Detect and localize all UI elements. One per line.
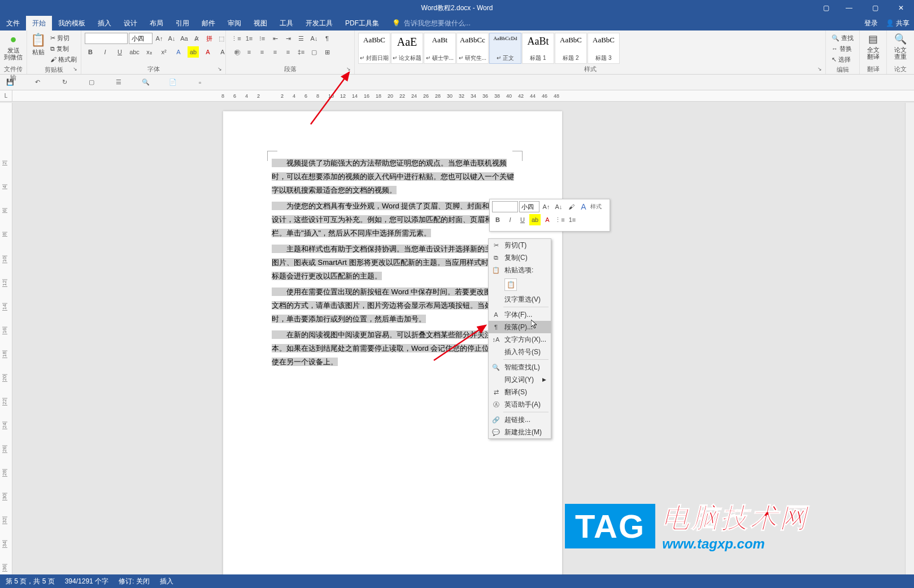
superscript-button[interactable]: x² — [158, 46, 169, 58]
doc-p4[interactable]: 使用在需要位置出现的新按钮在 Word 中保存时间。若要更改图片适应文档的方式，… — [272, 288, 514, 323]
phonetic-button[interactable]: 拼 — [203, 33, 215, 44]
mini-bullets[interactable]: ⋮≡ — [554, 214, 565, 225]
print-preview-button[interactable]: 🔍 — [140, 77, 151, 88]
page-content[interactable]: 视频提供了功能强大的方法帮助您证明您的观点。当您单击联机视频时，可以在想要添加的… — [272, 156, 517, 371]
ctx-synonym[interactable]: 同义词(Y)▶ — [489, 373, 551, 386]
close-button[interactable]: ✕ — [888, 0, 914, 16]
replace-button[interactable]: ↔替换 — [832, 43, 854, 54]
send-to-wechat-button[interactable]: ● 发送 到微信 — [2, 32, 24, 62]
mini-bold[interactable]: B — [492, 214, 503, 225]
mini-italic[interactable]: I — [504, 214, 516, 225]
tab-dev[interactable]: 开发工具 — [299, 16, 339, 31]
font-launcher-icon[interactable]: ↘ — [217, 66, 224, 73]
vertical-scrollbar[interactable] — [905, 103, 914, 574]
style-option-6[interactable]: AaBbC标题 2 — [555, 33, 587, 64]
undo-button[interactable]: ↶ — [32, 77, 43, 88]
show-marks-button[interactable]: ¶ — [321, 33, 333, 44]
share-button[interactable]: 👤 共享 — [886, 19, 909, 28]
distribute-button[interactable]: ≡ — [282, 46, 294, 58]
tab-design[interactable]: 设计 — [117, 16, 143, 31]
vertical-ruler[interactable]: |2||4||6||8||10||12||14||16||18||20||22|… — [0, 103, 12, 574]
ctx-comment[interactable]: 💬新建批注(M) — [489, 426, 551, 438]
ctx-cut[interactable]: ✂剪切(T) — [489, 239, 551, 251]
mini-font-size[interactable]: 小四 — [519, 201, 539, 212]
style-option-5[interactable]: AaBt标题 1 — [522, 33, 554, 64]
doc-p3[interactable]: 主题和样式也有助于文档保持协调。当您单击设计并选择新的主题时，图片、图表或 Sm… — [272, 245, 514, 280]
style-option-7[interactable]: AaBbC标题 3 — [587, 33, 620, 64]
underline-button[interactable]: U — [114, 46, 125, 58]
shading-button[interactable]: ▢ — [308, 46, 320, 58]
align-left-button[interactable]: ≡ — [230, 46, 242, 58]
mini-grow-font[interactable]: A↑ — [541, 201, 552, 212]
numbering-button[interactable]: 1≡ — [243, 33, 255, 44]
align-center-button[interactable]: ≡ — [243, 46, 255, 58]
decrease-indent-button[interactable]: ⇤ — [269, 33, 281, 44]
ctx-paragraph[interactable]: ¶段落(P)... — [489, 321, 551, 333]
mini-format-painter[interactable]: 🖌 — [565, 201, 577, 212]
doc-p1[interactable]: 视频提供了功能强大的方法帮助您证明您的观点。当您单击联机视频时，可以在想要添加的… — [272, 159, 514, 194]
ctx-smartlookup[interactable]: 🔍智能查找(L) — [489, 361, 551, 373]
select-button[interactable]: ↖选择 — [832, 54, 854, 64]
full-translate-button[interactable]: ▤ 全文 翻译 — [862, 32, 884, 61]
sort-button[interactable]: A↓ — [308, 33, 320, 44]
clipboard-launcher-icon[interactable]: ↘ — [73, 66, 80, 73]
open-button[interactable]: ☰ — [113, 77, 124, 88]
bold-button[interactable]: B — [85, 46, 96, 58]
find-button[interactable]: 🔍查找 — [832, 33, 854, 43]
ctx-copy[interactable]: ⧉复制(C) — [489, 251, 551, 264]
ribbon-options-icon[interactable]: ▢ — [816, 0, 836, 16]
ctx-symbol[interactable]: 插入符号(S) — [489, 346, 551, 358]
bullets-button[interactable]: ⋮≡ — [230, 33, 242, 44]
line-spacing-button[interactable]: ‡≡ — [295, 46, 307, 58]
tab-selector[interactable]: L — [0, 90, 12, 101]
font-color-button[interactable]: A — [202, 46, 214, 58]
style-option-4[interactable]: AaBbCcDd↵ 正文 — [489, 33, 521, 64]
styles-launcher-icon[interactable]: ↘ — [817, 66, 824, 73]
mini-highlight[interactable]: ab — [529, 214, 541, 225]
tab-pdf[interactable]: PDF工具集 — [339, 16, 385, 31]
tab-layout[interactable]: 布局 — [143, 16, 169, 31]
maximize-button[interactable]: ▢ — [862, 0, 888, 16]
increase-indent-button[interactable]: ⇥ — [282, 33, 294, 44]
tab-insert[interactable]: 插入 — [92, 16, 117, 31]
minimize-button[interactable]: — — [836, 0, 862, 16]
insert-mode[interactable]: 插入 — [160, 577, 173, 586]
style-option-3[interactable]: AaBbCc↵ 研究生... — [456, 33, 489, 64]
word-count[interactable]: 394/1291 个字 — [65, 577, 108, 586]
clear-format-button[interactable]: A̷ — [191, 33, 202, 44]
new-button[interactable]: ▢ — [86, 77, 97, 88]
mini-numbering[interactable]: 1≡ — [567, 214, 578, 225]
strike-button[interactable]: abc — [129, 46, 140, 58]
mini-font-name[interactable] — [492, 201, 518, 212]
mini-shrink-font[interactable]: A↓ — [553, 201, 564, 212]
text-effects-button[interactable]: A — [173, 46, 184, 58]
tab-home[interactable]: 开始 — [26, 16, 52, 31]
ctx-textdir[interactable]: ↕A文字方向(X)... — [489, 333, 551, 346]
mini-underline[interactable]: U — [517, 214, 528, 225]
ctx-translate[interactable]: ⇄翻译(S) — [489, 386, 551, 398]
font-name-select[interactable] — [85, 33, 128, 44]
subscript-button[interactable]: x₂ — [143, 46, 155, 58]
tab-reference[interactable]: 引用 — [169, 16, 195, 31]
tab-view[interactable]: 视图 — [247, 16, 273, 31]
char-border-button[interactable]: ⬚ — [216, 33, 227, 44]
tab-review[interactable]: 审阅 — [221, 16, 247, 31]
style-option-0[interactable]: AaBbC↵ 封面日期 — [358, 33, 390, 64]
shrink-font-button[interactable]: A↓ — [166, 33, 177, 44]
mini-styles[interactable]: A — [578, 201, 589, 212]
grow-font-button[interactable]: A↑ — [154, 33, 165, 44]
dup-check-button[interactable]: 🔍 论文 查重 — [889, 32, 912, 61]
paste-option-keep-source[interactable]: 📋 — [504, 278, 517, 291]
tab-template[interactable]: 我的模板 — [52, 16, 92, 31]
italic-button[interactable]: I — [99, 46, 111, 58]
font-size-select[interactable]: 小四 — [129, 33, 153, 44]
track-changes-status[interactable]: 修订: 关闭 — [119, 577, 150, 586]
tab-tools[interactable]: 工具 — [273, 16, 299, 31]
highlight-button[interactable]: ab — [188, 46, 199, 58]
style-option-2[interactable]: AaBt↵ 硕士学... — [424, 33, 456, 64]
ctx-hyperlink[interactable]: 🔗超链接... — [489, 413, 551, 426]
login-link[interactable]: 登录 — [864, 19, 878, 28]
tell-me-search[interactable]: 💡 告诉我您想要做什么... — [392, 19, 471, 28]
format-painter-button[interactable]: 🖌格式刷 — [50, 54, 77, 64]
doc-p2[interactable]: 为使您的文档具有专业外观，Word 提供了页眉、页脚、封面和文本框设计，这些设计… — [272, 202, 511, 237]
